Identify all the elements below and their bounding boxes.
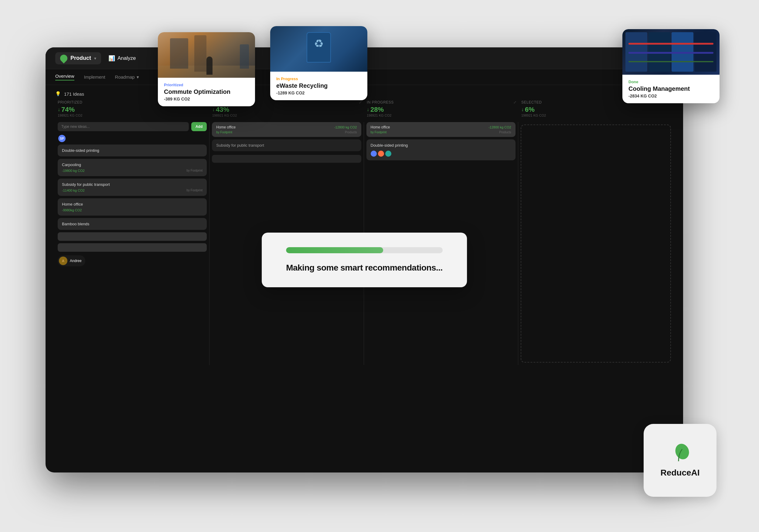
card-image-street [158, 32, 255, 78]
card-title: Bamboo blends [62, 222, 203, 226]
card-meta: -19800 kg CO2 by Footprint [62, 169, 203, 173]
column-stats-row: Prioritized ↓ 74% 198921 KG CO2 ⤢ Priori… [55, 100, 673, 117]
col4-kg: 198921 KG CO2 [521, 113, 671, 117]
card-home-office[interactable]: Home office -9980kg CO2 [58, 198, 207, 216]
expand-3-icon[interactable]: ⤢ [513, 100, 516, 104]
card-co2: -12800 kg CO2 [334, 125, 357, 129]
col3-title: In Progress [367, 100, 516, 104]
user-avatar-sm: SP [58, 135, 207, 142]
card-title: Subsidy for public transport [216, 143, 357, 147]
tab-overview[interactable]: Overview [55, 73, 74, 80]
loading-modal: Making some smart recommendations... [262, 232, 467, 287]
card-double-sided-3[interactable]: Double-sided printing [367, 140, 515, 160]
card-image-cooling [622, 29, 720, 75]
card-body-ewaste: In Progress eWaste Recycling -1289 KG CO… [270, 72, 367, 100]
card-tag-carpooling: by Footprint [186, 169, 203, 173]
floating-card-cooling: Done Cooling Management -2834 KG CO2 [622, 29, 720, 103]
arrow-down-icon: ↓ [58, 107, 60, 112]
reduceai-leaf-icon [669, 443, 691, 464]
card-co2-carpooling: -19800 kg CO2 [62, 169, 85, 173]
card-status-done: Done [628, 80, 713, 84]
add-idea-row: Add [58, 122, 207, 131]
card-co2: -12800 kg CO2 [489, 125, 511, 129]
card-home-office-2[interactable]: Home office -12800 kg CO2 by Footprint P… [212, 122, 361, 137]
card-status-inprogress: In Progress [276, 76, 361, 81]
product-selector[interactable]: Product ▾ [55, 52, 101, 64]
add-idea-button[interactable]: Add [191, 122, 207, 131]
products-tag-3: Products [499, 131, 511, 134]
card-co2-ewaste: -1289 KG CO2 [276, 91, 361, 95]
tab-implement[interactable]: Implement [84, 74, 105, 80]
card-avatars [371, 151, 511, 157]
card-title: Carpooling [62, 162, 203, 167]
col2-stat: ↓ 43% [212, 106, 362, 113]
reduceai-badge: ReduceAI [644, 424, 716, 497]
col3-percent: 28% [370, 106, 384, 113]
card-subsidy-2[interactable]: Subsidy for public transport [212, 140, 361, 151]
card-title-ewaste: eWaste Recycling [276, 82, 361, 89]
product-label: Product [70, 55, 91, 61]
col2-percent: 43% [216, 106, 229, 113]
floating-card-ewaste: ♻ In Progress eWaste Recycling -1289 KG … [270, 26, 367, 100]
expand-2-icon[interactable]: ⤢ [359, 100, 362, 104]
avatar-1 [371, 151, 377, 157]
by-footprint-3: by Footprint [371, 131, 387, 134]
col4-percent: 6% [525, 106, 535, 113]
add-idea-input[interactable] [58, 122, 189, 131]
analyze-label: Analyze [117, 55, 136, 61]
card-title: Double-sided printing [62, 148, 203, 153]
card-home-header-3: Home office -12800 kg CO2 [371, 125, 511, 129]
roadmap-label: Roadmap [115, 74, 135, 80]
card-bamboo[interactable]: Bamboo blends [58, 218, 207, 230]
card-title-cooling: Cooling Management [628, 85, 713, 92]
tab-roadmap[interactable]: Roadmap ▾ [115, 74, 139, 80]
col1-kg: 198921 KG CO2 [58, 113, 207, 117]
card-body-commute: Prioritized Commute Optimization -389 KG… [158, 78, 255, 106]
card-title: Home office [62, 202, 203, 206]
sp-avatar: SP [58, 135, 65, 142]
analyze-button[interactable]: 📊 Analyze [108, 55, 136, 61]
arrow-down-3-icon: ↓ [367, 107, 369, 112]
card-home-header: Home office -12800 kg CO2 [216, 125, 357, 129]
col4-stat: ↓ 6% [521, 106, 671, 113]
floating-card-commute: Prioritized Commute Optimization -389 KG… [158, 32, 255, 106]
kanban-col-4-dashed [521, 125, 671, 363]
card-status-prioritized: Prioritized [164, 83, 249, 87]
col3-stat: ↓ 28% [367, 106, 516, 113]
card-co2-subsidy: -11400 kg CO2 [62, 188, 85, 192]
card-co2-cooling: -2834 KG CO2 [628, 94, 713, 99]
card-title: Double-sided printing [371, 143, 511, 147]
col2-placeholder [212, 155, 361, 163]
kanban-col-1: Add SP Double-sided printing Carpooling … [55, 122, 210, 365]
avatar-2 [378, 151, 384, 157]
progress-bar-fill [286, 247, 383, 253]
arrow-down-4-icon: ↓ [521, 107, 524, 112]
card-carpooling[interactable]: Carpooling -19800 kg CO2 by Footprint [58, 159, 207, 176]
chart-icon: 📊 [108, 55, 115, 61]
svg-point-0 [673, 443, 691, 461]
card-meta-ho3: by Footprint Products [371, 131, 511, 134]
by-footprint-label: by Footprint [216, 131, 232, 134]
card-title: Home office [216, 125, 236, 129]
ideas-count: 171 Ideas [64, 91, 84, 97]
card-home-office-3[interactable]: Home office -12800 kg CO2 by Footprint P… [367, 122, 515, 137]
card-body-cooling: Done Cooling Management -2834 KG CO2 [622, 75, 720, 103]
card-double-sided[interactable]: Double-sided printing [58, 144, 207, 156]
col3-kg: 198921 KG CO2 [367, 113, 516, 117]
kanban-area: 💡 171 Ideas Prioritized ↓ 74% 198921 KG … [46, 85, 683, 365]
card-tag-subsidy: by Footprint [186, 188, 203, 192]
card-title-commute: Commute Optimization [164, 88, 249, 95]
arrow-down-2-icon: ↓ [212, 107, 215, 112]
app-window: Product ▾ 📊 Analyze Overview Implement R… [46, 47, 683, 472]
card-subsidy[interactable]: Subsidy for public transport -11400 kg C… [58, 179, 207, 196]
andree-avatar: A [59, 257, 67, 265]
card-meta-ho: by Footprint Products [216, 131, 357, 134]
card-title: Home office [371, 125, 390, 129]
loading-text: Making some smart recommendations... [286, 263, 443, 273]
col1-percent: 74% [61, 106, 75, 113]
card-title: Subsidy for public transport [62, 182, 203, 187]
avatar-3 [385, 151, 391, 157]
products-tag: Products [345, 131, 357, 134]
card-meta-2: -11400 kg CO2 by Footprint [62, 188, 203, 192]
col-stat-3: In Progress ↓ 28% 198921 KG CO2 ⤢ [364, 100, 519, 117]
